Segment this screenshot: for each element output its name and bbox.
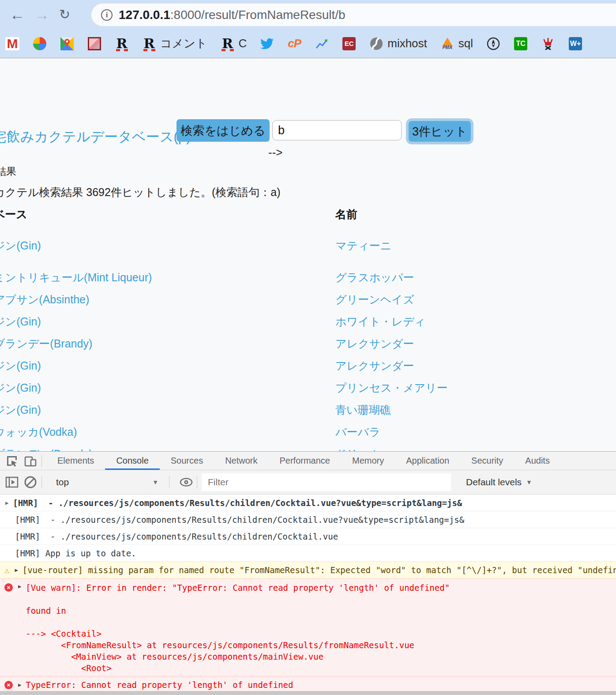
back-button[interactable]: ← (10, 7, 25, 22)
expand-triangle-icon[interactable]: ▶ (15, 567, 18, 573)
chevron-down-icon: ▼ (152, 479, 158, 486)
bookmark-r-c[interactable]: RC (220, 37, 247, 51)
results-heading: 結果 (0, 165, 16, 178)
tab-application[interactable]: Application (395, 452, 460, 470)
bookmark-wplus[interactable]: W+ (568, 37, 582, 51)
console-warning-row[interactable]: ⚠▶[vue-router] missing param for named r… (0, 562, 616, 578)
result-summary: カクテル検索結果 3692件ヒットしました。(検索語句：a) (0, 185, 281, 200)
bookmark-ec[interactable]: EC (342, 37, 356, 51)
bookmark-google-maps[interactable] (60, 37, 74, 51)
bookmark-mixhost[interactable]: mixhost (369, 37, 427, 51)
hand-icon (541, 37, 555, 51)
expand-triangle-icon[interactable]: ▶ (18, 682, 21, 688)
base-link[interactable]: ブランデー(Brandy) (0, 447, 335, 452)
name-link[interactable]: バーバラ (335, 425, 380, 439)
expand-triangle-icon[interactable]: ▶ (5, 500, 8, 506)
tab-elements[interactable]: Elements (46, 452, 105, 470)
site-title-link[interactable]: 宅飲みカクテルデータベース(β) (0, 128, 191, 146)
bookmark-r-comment[interactable]: Rコメント (142, 36, 207, 51)
error-icon: × (4, 681, 13, 689)
bookmark-r-site[interactable]: R (115, 37, 129, 51)
twitter-icon (260, 37, 274, 51)
address-bar[interactable]: i 127.0.0.1:8000/result/FromNameResult/b (91, 4, 616, 26)
screen: ← → ↻ i 127.0.0.1:8000/result/FromNameRe… (0, 0, 616, 695)
tab-performance[interactable]: Performance (269, 452, 342, 470)
name-link[interactable]: マティーニ (335, 238, 391, 253)
bookmark-google-photos[interactable] (33, 37, 47, 51)
console-log-row[interactable]: [HMR] App is up to date. (0, 545, 616, 562)
console-log-row[interactable]: ▶[HMR] - ./resources/js/components/Resul… (0, 495, 616, 511)
url-text[interactable]: 127.0.0.1:8000/result/FromNameResult/b (119, 8, 346, 22)
base-link[interactable]: ウォッカ(Vodka) (0, 425, 335, 439)
url-host: 127.0.0.1 (119, 8, 170, 22)
expand-triangle-icon[interactable]: ▶ (18, 583, 21, 589)
context-selector[interactable]: top▼ (46, 477, 165, 487)
name-link[interactable]: グリーンヘイズ (335, 292, 414, 307)
name-link[interactable]: アレクサンダー (335, 336, 414, 351)
bookmark-phpmyadmin[interactable]: PMAsql (440, 37, 473, 51)
console-log-row[interactable]: [HMR] - ./resources/js/components/Result… (0, 528, 616, 545)
table-row: ミントリキュール(Mint Liqueur)グラスホッパー (0, 266, 616, 288)
tab-security[interactable]: Security (460, 452, 514, 470)
cpanel-icon: cP (287, 37, 301, 51)
name-link[interactable]: プリンセス・メアリー (335, 381, 448, 395)
bookmark-image-site[interactable] (87, 37, 101, 51)
base-link[interactable]: ミントリキュール(Mint Liqueur) (0, 270, 335, 285)
devtools-panel: Elements Console Sources Network Perform… (0, 451, 616, 695)
base-link[interactable]: ジン(Gin) (0, 381, 335, 395)
base-link[interactable]: ジン(Gin) (0, 314, 335, 329)
bookmark-twitter[interactable] (260, 37, 274, 51)
page-content: 宅飲みカクテルデータベース(β) 検索をはじめる 3件ヒット --> 結果 カク… (0, 59, 616, 451)
tab-memory[interactable]: Memory (341, 452, 395, 470)
name-link[interactable]: グラスホッパー (335, 270, 414, 285)
filter-input[interactable] (202, 473, 451, 491)
bookmark-pen[interactable] (486, 37, 500, 51)
console-message: [HMR] - ./resources/js/components/Result… (15, 515, 464, 525)
name-link[interactable]: ホワイト・レディ (335, 314, 425, 329)
search-button[interactable]: 検索をはじめる (177, 119, 270, 142)
bookmark-techcrunch[interactable]: TC (514, 37, 528, 51)
bookmark-hand-site[interactable] (541, 37, 555, 51)
r-glyph-icon: R (115, 37, 129, 51)
gmail-icon: M (5, 37, 19, 50)
base-link[interactable]: ジン(Gin) (0, 403, 335, 417)
tab-network[interactable]: Network (214, 452, 268, 470)
inspect-element-icon[interactable] (5, 454, 19, 468)
browser-chrome: ← → ↻ i 127.0.0.1:8000/result/FromNameRe… (0, 0, 616, 58)
bookmark-gmail[interactable]: M (5, 37, 19, 50)
console-log-row[interactable]: [HMR] - ./resources/js/components/Result… (0, 511, 616, 528)
console-message: [HMR] - ./resources/js/components/Result… (13, 498, 462, 508)
base-link[interactable]: ジン(Gin) (0, 238, 335, 253)
eye-icon[interactable] (179, 476, 192, 489)
table-row: ブランデー(Brandy)アレクサンダー (0, 332, 616, 355)
reload-button[interactable]: ↻ (59, 8, 70, 21)
base-link[interactable]: アブサン(Absinthe) (0, 292, 335, 307)
r-glyph-icon: R (142, 37, 156, 51)
url-path: :8000/result/FromNameResult/b (170, 8, 346, 22)
default-levels-dropdown[interactable]: Default levels▼ (466, 477, 532, 487)
forward-button[interactable]: → (34, 7, 49, 22)
console-error-row[interactable]: ×▶[Vue warn]: Error in render: "TypeErro… (0, 578, 616, 676)
console-sidebar-icon[interactable] (5, 476, 19, 489)
comment-arrow-text: --> (268, 146, 283, 159)
table-row: ジン(Gin)青い珊瑚礁 (0, 399, 616, 421)
tab-audits[interactable]: Audits (514, 452, 561, 470)
bookmark-cpanel[interactable]: cP (287, 37, 301, 51)
name-link[interactable]: アレクサンダー (335, 359, 414, 373)
base-link[interactable]: ブランデー(Brandy) (0, 336, 335, 351)
hits-button[interactable]: 3件ヒット (409, 121, 471, 142)
table-row: ジン(Gin)ホワイト・レディ (0, 310, 616, 332)
search-input[interactable] (272, 120, 402, 140)
clear-console-icon[interactable] (24, 476, 37, 489)
name-link[interactable]: ドリーム (335, 447, 380, 452)
name-link[interactable]: 青い珊瑚礁 (335, 403, 391, 417)
tab-sources[interactable]: Sources (160, 452, 214, 470)
bookmark-analytics[interactable] (315, 37, 329, 51)
device-toolbar-icon[interactable] (24, 454, 37, 468)
r-glyph-icon: R (220, 37, 234, 51)
base-link[interactable]: ジン(Gin) (0, 359, 335, 373)
info-icon[interactable]: i (101, 9, 113, 21)
tab-console[interactable]: Console (105, 452, 159, 470)
anime-thumbnail-icon (87, 37, 101, 51)
bookmark-label: mixhost (387, 37, 427, 50)
